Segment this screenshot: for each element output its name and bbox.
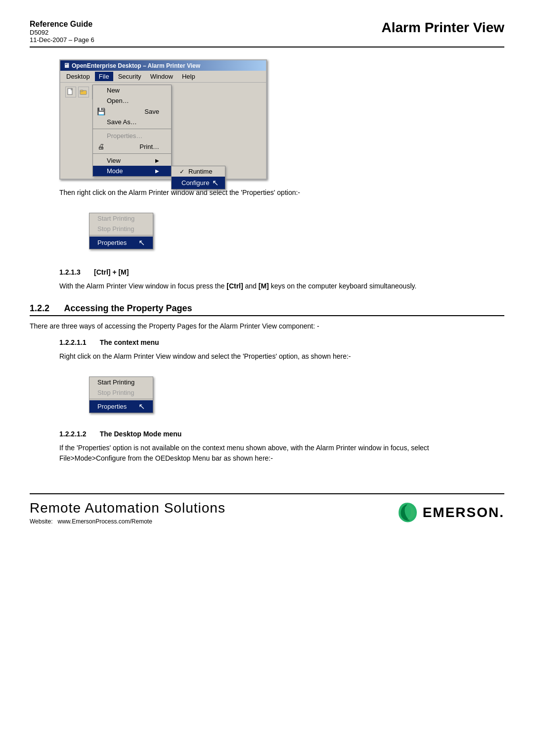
date-page: 11-Dec-2007 – Page 6 xyxy=(30,36,94,44)
mode-submenu: ✓ Runtime Configure ↖ xyxy=(171,166,225,189)
main-content: 🖥 OpenEnterprise Desktop – Alarm Printer… xyxy=(30,59,504,464)
ctx1-separator xyxy=(89,235,153,236)
menu-security[interactable]: Security xyxy=(114,72,145,81)
section-1221-body: Right click on the Alarm Printer View wi… xyxy=(59,351,465,362)
website-label: Website: xyxy=(30,518,52,525)
footer-website: Website: www.EmersonProcess.com/Remote xyxy=(30,518,225,525)
window-icon: 🖥 xyxy=(63,62,70,69)
section-1213-body: With the Alarm Printer View window in fo… xyxy=(59,281,465,291)
print-icon: 🖨 xyxy=(96,142,106,150)
submenu-runtime[interactable]: ✓ Runtime xyxy=(172,166,225,177)
ctx2-separator xyxy=(89,399,153,399)
window-body: New Open… 💾 Save Save As… Properties… xyxy=(60,83,266,179)
context-menu-1-wrapper: Start Printing Stop Printing Properties … xyxy=(59,208,153,254)
ctx2-properties[interactable]: Properties ↖ xyxy=(89,400,153,413)
section-1222-body: If the 'Properties' option is not availa… xyxy=(59,443,465,464)
menu-item-new[interactable]: New xyxy=(93,85,171,95)
page-title: Alarm Printer View xyxy=(382,20,504,36)
window-titlebar: 🖥 OpenEnterprise Desktop – Alarm Printer… xyxy=(60,60,266,71)
save-icon: 💾 xyxy=(96,107,106,115)
section-1222-heading: 1.2.2.1.2 The Desktop Mode menu xyxy=(59,430,504,438)
menu-separator-1 xyxy=(93,129,171,129)
file-dropdown-menu: New Open… 💾 Save Save As… Properties… xyxy=(92,85,172,177)
open-doc-button[interactable] xyxy=(78,87,89,97)
cursor-configure: ↖ xyxy=(212,178,219,188)
runtime-check-icon: ✓ xyxy=(179,168,186,175)
section-1213-heading: 1.2.1.3 [Ctrl] + [M] xyxy=(59,268,504,276)
menu-window[interactable]: Window xyxy=(146,72,177,81)
ctx1-cursor-icon: ↖ xyxy=(138,238,145,247)
menu-desktop[interactable]: Desktop xyxy=(62,72,94,81)
menu-item-view[interactable]: View ▶ xyxy=(93,155,171,166)
brand-name: Remote Automation Solutions xyxy=(30,500,225,516)
menu-item-save[interactable]: 💾 Save xyxy=(93,106,171,117)
menu-item-saveas[interactable]: Save As… xyxy=(93,117,171,127)
section-1213-id: 1.2.1.3 xyxy=(59,268,81,276)
section-1221-title: The context menu xyxy=(100,338,159,346)
doc-number: D5092 xyxy=(30,29,94,36)
svg-rect-2 xyxy=(80,90,83,92)
menu-help[interactable]: Help xyxy=(178,72,199,81)
footer-left: Remote Automation Solutions Website: www… xyxy=(30,500,225,525)
text-para-1: Then right click on the Alarm Printer wi… xyxy=(59,188,465,198)
section-1221-id: 1.2.2.1.1 xyxy=(59,338,87,346)
section-122-title: Accessing the Property Pages xyxy=(64,303,192,313)
website-url: www.EmersonProcess.com/Remote xyxy=(57,518,152,525)
new-doc-button[interactable] xyxy=(65,87,76,97)
emerson-text: EMERSON. xyxy=(423,505,504,520)
section-1222-title: The Desktop Mode menu xyxy=(100,430,182,438)
menu-separator-2 xyxy=(93,153,171,154)
emerson-leaf-icon xyxy=(395,500,420,525)
menu-item-properties: Properties… xyxy=(93,131,171,141)
submenu-configure[interactable]: Configure ↖ xyxy=(172,177,225,189)
context-menu-2-wrapper: Start Printing Stop Printing Properties … xyxy=(59,372,153,418)
section-1221-heading: 1.2.2.1.1 The context menu xyxy=(59,338,504,346)
menu-file[interactable]: File xyxy=(95,72,113,81)
ctx1-stop-printing: Stop Printing xyxy=(89,224,153,234)
footer-right: EMERSON. xyxy=(395,500,504,525)
section-122-body: There are three ways of accessing the Pr… xyxy=(30,321,435,331)
menu-item-open[interactable]: Open… xyxy=(93,95,171,106)
desktop-window: 🖥 OpenEnterprise Desktop – Alarm Printer… xyxy=(59,59,267,180)
window-title: OpenEnterprise Desktop – Alarm Printer V… xyxy=(72,62,200,69)
section-1222-id: 1.2.2.1.2 xyxy=(59,430,87,438)
section-122-heading: 1.2.2 Accessing the Property Pages xyxy=(30,303,504,316)
emerson-logo: EMERSON. xyxy=(395,500,504,525)
context-menu-2: Start Printing Stop Printing Properties … xyxy=(89,377,153,413)
ctx1-properties[interactable]: Properties ↖ xyxy=(89,236,153,249)
ctx1-start-printing: Start Printing xyxy=(89,213,153,224)
header-left: Reference Guide D5092 11-Dec-2007 – Page… xyxy=(30,20,94,44)
ctx2-stop-printing: Stop Printing xyxy=(89,387,153,398)
page-header: Reference Guide D5092 11-Dec-2007 – Page… xyxy=(30,20,504,47)
page-footer: Remote Automation Solutions Website: www… xyxy=(30,493,504,525)
menu-item-mode[interactable]: Mode ▶ xyxy=(93,166,171,176)
guide-title: Reference Guide xyxy=(30,20,94,29)
window-menubar[interactable]: Desktop File Security Window Help xyxy=(60,71,266,83)
menu-item-print[interactable]: 🖨 Print… xyxy=(93,141,171,152)
ctx2-cursor-icon: ↖ xyxy=(138,402,145,411)
section-1213-title: [Ctrl] + [M] xyxy=(94,268,129,276)
context-menu-1: Start Printing Stop Printing Properties … xyxy=(89,213,153,249)
view-arrow-icon: ▶ xyxy=(155,158,159,163)
mode-arrow-icon: ▶ xyxy=(155,168,159,174)
menu-item-mode-wrapper: Mode ▶ ✓ Runtime Configure xyxy=(93,166,171,176)
ctx2-start-printing[interactable]: Start Printing xyxy=(89,377,153,387)
section-122-id: 1.2.2 xyxy=(30,303,49,313)
